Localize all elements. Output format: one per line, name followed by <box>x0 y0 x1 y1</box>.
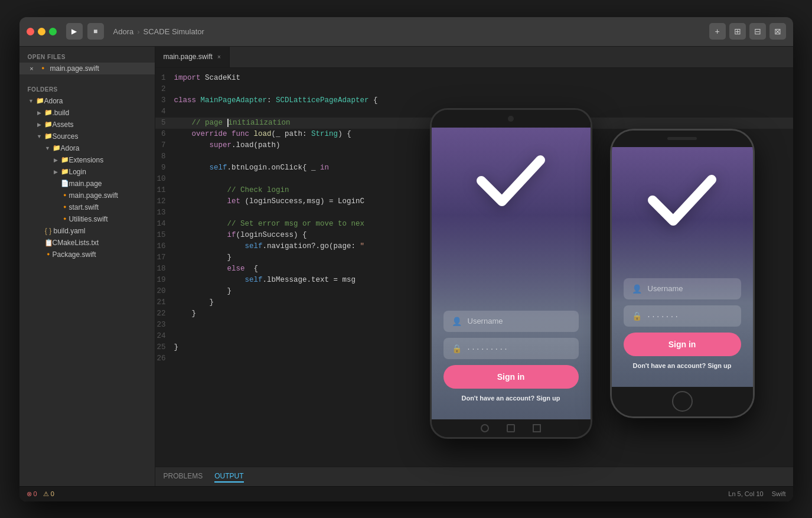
minimize-button[interactable] <box>38 28 45 35</box>
tree-item-package-swift[interactable]: 🔸 Package.swift <box>19 249 155 260</box>
statusbar-left: ⊗ 0 ⚠ 0 <box>27 490 54 498</box>
tree-label: CMakeLists.txt <box>53 239 99 247</box>
tree-label: Login <box>69 168 86 176</box>
tree-item-build[interactable]: 📁 .build <box>19 107 155 119</box>
breadcrumb: Adora › SCADE Simulator <box>113 27 204 36</box>
traffic-lights <box>27 28 57 35</box>
layout-button-3[interactable]: ⊠ <box>769 23 786 40</box>
tree-label: Adora <box>44 97 63 105</box>
breadcrumb-separator: › <box>137 27 139 36</box>
layout-button-1[interactable]: ⊞ <box>729 23 746 40</box>
tree-label: build.yaml <box>54 227 86 235</box>
folders-label: FOLDERS <box>19 84 155 95</box>
tree-item-sources[interactable]: 📁 Sources <box>19 131 155 142</box>
tab-output[interactable]: OUTPUT <box>214 471 243 483</box>
code-line-9: 9 self.btnLogin.onClick{ _ in <box>155 162 793 174</box>
maximize-button[interactable] <box>49 28 57 35</box>
tree-label: Extensions <box>69 156 104 164</box>
arrow-build <box>36 109 43 116</box>
yaml-icon: { } <box>44 227 53 235</box>
tree-item-utilities-swift[interactable]: 🔸 Utilities.swift <box>19 213 155 225</box>
code-line-14: 14 // Set error msg or move to nex <box>155 219 793 230</box>
warning-icon: ⚠ <box>43 490 49 498</box>
cmake-icon: 📋 <box>44 239 53 247</box>
code-line-12: 12 let (loginSuccess,msg) = LoginC <box>155 196 793 207</box>
arrow-sources <box>36 133 43 140</box>
tab-problems[interactable]: PROBLEMS <box>164 471 203 483</box>
layout-button-2[interactable]: ⊟ <box>749 23 766 40</box>
code-line-16: 16 self.navigation?.go(page: " <box>155 241 793 252</box>
arrow-assets <box>36 121 43 128</box>
arrow-sources-adora <box>44 145 51 152</box>
folder-icon: 📁 <box>61 168 69 175</box>
folder-icon: 📁 <box>53 144 61 152</box>
tree-item-login[interactable]: 📁 Login <box>19 166 155 178</box>
bottom-panel: PROBLEMS OUTPUT <box>155 467 793 486</box>
code-line-24: 24 <box>155 331 793 342</box>
cursor-position: Ln 5, Col 10 <box>728 490 763 497</box>
code-line-6: 6 override func load(_ path: String) { <box>155 129 793 140</box>
close-button[interactable] <box>27 28 34 35</box>
tree-label: start.swift <box>69 203 99 211</box>
sidebar: OPEN FILES × 🔸 main.page.swift FOLDERS 📁… <box>19 47 155 486</box>
tab-label: main.page.swift <box>164 53 213 61</box>
folder-icon: 📁 <box>61 156 69 164</box>
editor-tabs: main.page.swift × <box>155 47 793 68</box>
tree-label: main.page <box>69 180 102 188</box>
main-window: ▶ ■ Adora › SCADE Simulator + ⊞ ⊟ ⊠ OPEN… <box>19 17 793 501</box>
code-line-17: 17 } <box>155 252 793 263</box>
tree-item-adora-root[interactable]: 📁 Adora <box>19 95 155 107</box>
tree-item-mainpage[interactable]: 📄 main.page <box>19 178 155 190</box>
tab-close-icon[interactable]: × <box>217 54 221 60</box>
swift-icon: 🔸 <box>61 203 69 211</box>
tree-item-start-swift[interactable]: 🔸 start.swift <box>19 201 155 213</box>
tree-label: Assets <box>53 120 74 129</box>
code-line-21: 21 } <box>155 297 793 308</box>
swift-icon: 🔸 <box>44 250 53 258</box>
swift-icon: 🔸 <box>61 215 69 223</box>
code-line-18: 18 else { <box>155 263 793 275</box>
tree-item-mainpage-swift[interactable]: 🔸 main.page.swift <box>19 190 155 201</box>
editor-area: main.page.swift × 1 import ScadeKit 2 3 … <box>155 47 793 486</box>
close-icon[interactable]: × <box>28 65 36 72</box>
code-line-20: 20 } <box>155 286 793 297</box>
swift-file-icon: 🔸 <box>39 64 47 72</box>
tree-item-assets[interactable]: 📁 Assets <box>19 119 155 131</box>
warning-count: ⚠ 0 <box>43 490 54 498</box>
code-editor[interactable]: 1 import ScadeKit 2 3 class MainPageAdap… <box>155 68 793 467</box>
tree-item-extensions[interactable]: 📁 Extensions <box>19 154 155 166</box>
tree-label: Adora <box>61 144 80 152</box>
folder-icon: 📁 <box>36 97 44 105</box>
add-button[interactable]: + <box>709 23 726 40</box>
code-line-25: 25 } <box>155 342 793 353</box>
arrow-extensions <box>53 157 60 164</box>
statusbar: ⊗ 0 ⚠ 0 Ln 5, Col 10 Swift <box>19 486 793 501</box>
folder-icon: 📁 <box>44 120 53 128</box>
open-files-section: OPEN FILES × 🔸 main.page.swift <box>19 47 155 79</box>
tree-label: Package.swift <box>53 250 96 259</box>
open-files-label: OPEN FILES <box>19 51 155 63</box>
tree-item-cmakelists[interactable]: 📋 CMakeLists.txt <box>19 237 155 249</box>
code-line-8: 8 <box>155 151 793 162</box>
main-content: OPEN FILES × 🔸 main.page.swift FOLDERS 📁… <box>19 47 793 486</box>
stop-button[interactable]: ■ <box>87 23 104 40</box>
folder-icon: 📁 <box>44 109 53 116</box>
swift-icon: 🔸 <box>61 191 69 199</box>
code-line-2: 2 <box>155 84 793 95</box>
breadcrumb-title[interactable]: SCADE Simulator <box>144 27 204 36</box>
code-line-19: 19 self.lbMessage.text = msg <box>155 275 793 286</box>
arrow-login <box>53 168 60 175</box>
tree-item-sources-adora[interactable]: 📁 Adora <box>19 142 155 154</box>
open-file-item[interactable]: × 🔸 main.page.swift <box>19 63 155 74</box>
tree-item-build-yaml[interactable]: { } build.yaml <box>19 225 155 237</box>
play-button[interactable]: ▶ <box>66 23 83 40</box>
titlebar-actions: + ⊞ ⊟ ⊠ <box>709 23 786 40</box>
code-line-22: 22 } <box>155 308 793 320</box>
error-icon: ⊗ <box>27 490 32 498</box>
titlebar: ▶ ■ Adora › SCADE Simulator + ⊞ ⊟ ⊠ <box>19 17 793 47</box>
code-line-10: 10 <box>155 174 793 185</box>
code-line-1: 1 import ScadeKit <box>155 73 793 84</box>
code-line-15: 15 if(loginSuccess) { <box>155 230 793 241</box>
editor-tab-mainpage[interactable]: main.page.swift × <box>155 47 230 67</box>
breadcrumb-adora[interactable]: Adora <box>113 27 134 36</box>
